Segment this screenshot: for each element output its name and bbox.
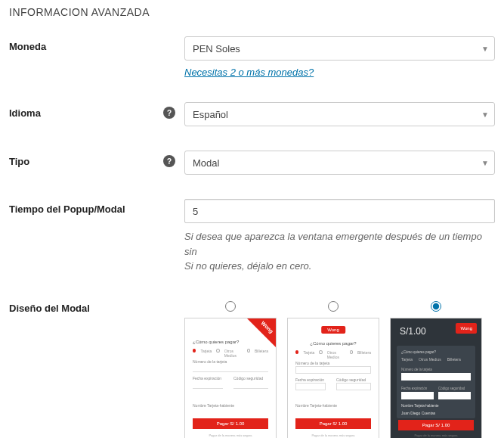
radio-design-1[interactable] <box>225 301 236 312</box>
preview-tabs: Tarjeta Otros Medios Billetera <box>193 349 268 358</box>
preview-tabs: Tarjeta Otros Medios Billetera <box>295 350 371 359</box>
design-option-1: Wong ¿Cómo quieres pagar? Tarjeta Otros … <box>184 301 277 439</box>
help-icon[interactable]: ? <box>163 107 175 119</box>
preview-question: ¿Cómo quieres pagar? <box>193 340 268 344</box>
row-tipo: Tipo ? Modal ▼ <box>9 151 495 175</box>
preview-amount: S/1.00 <box>400 326 426 337</box>
section-title: INFORMACION AVANZADA <box>9 6 495 18</box>
label-diseno: Diseño del Modal <box>9 303 90 314</box>
label-moneda: Moneda <box>9 41 46 52</box>
select-tipo[interactable]: Modal <box>184 151 495 175</box>
brand-icon: Wong <box>321 326 345 334</box>
brand-icon: Wong <box>456 323 477 334</box>
preview-pay-button: Pagar S/ 1.00 <box>398 420 474 430</box>
row-moneda: Moneda PEN Soles ▼ Necesitas 2 o más mon… <box>9 36 495 78</box>
radio-design-3[interactable] <box>431 301 441 312</box>
row-diseno: Diseño del Modal Wong ¿Cómo quieres paga… <box>9 298 495 439</box>
preview-question: ¿Cómo quieres pagar? <box>295 341 371 346</box>
design-option-3: S/1.00 Wong ¿Cómo quieres pagar? Tarjeta… <box>390 301 482 439</box>
preview-design-3[interactable]: S/1.00 Wong ¿Cómo quieres pagar? Tarjeta… <box>390 318 482 439</box>
select-idioma[interactable]: Español <box>184 102 495 126</box>
design-option-2: Wong ¿Cómo quieres pagar? Tarjeta Otros … <box>287 301 379 439</box>
desc-tiempo: Si desea que aparezca la ventana emergen… <box>184 229 495 274</box>
preview-design-1[interactable]: Wong ¿Cómo quieres pagar? Tarjeta Otros … <box>184 318 277 439</box>
label-tiempo: Tiempo del Popup/Modal <box>9 203 125 215</box>
label-idioma: Idioma <box>9 107 41 119</box>
link-multiple-currencies[interactable]: Necesitas 2 o más monedas? <box>184 67 314 78</box>
row-idioma: Idioma ? Español ▼ <box>9 102 495 126</box>
help-icon[interactable]: ? <box>163 155 175 167</box>
preview-design-2[interactable]: Wong ¿Cómo quieres pagar? Tarjeta Otros … <box>287 318 379 439</box>
select-moneda[interactable]: PEN Soles <box>184 36 495 61</box>
preview-pay-button: Pagar S/ 1.00 <box>295 418 371 429</box>
preview-tabs: Tarjeta Otros Medios Billetera <box>401 357 471 362</box>
label-tipo: Tipo <box>9 156 29 167</box>
radio-design-2[interactable] <box>328 301 339 312</box>
design-options: Wong ¿Cómo quieres pagar? Tarjeta Otros … <box>184 301 495 439</box>
preview-pay-button: Pagar S/ 1.00 <box>193 418 268 429</box>
row-tiempo: Tiempo del Popup/Modal Si desea que apar… <box>9 199 495 274</box>
input-tiempo[interactable] <box>184 199 495 223</box>
